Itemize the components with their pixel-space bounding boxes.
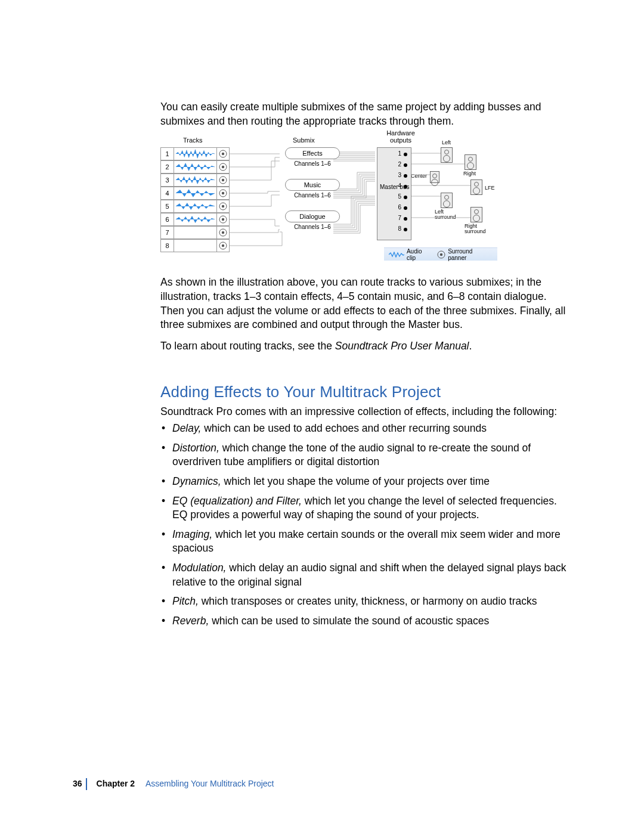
- track-row: 6: [160, 213, 230, 226]
- svg-point-11: [222, 218, 224, 221]
- effect-desc: which can be used to simulate the sound …: [209, 615, 489, 627]
- surround-panner-icon: [216, 213, 230, 226]
- effect-desc: which transposes or creates unity, thick…: [199, 595, 537, 607]
- effect-item: Reverb, which can be used to simulate th…: [171, 614, 566, 628]
- effect-desc: which change the tone of the audio signa…: [172, 442, 531, 468]
- svg-point-5: [222, 179, 224, 181]
- effect-item: Modulation, which delay an audio signal …: [171, 561, 566, 589]
- track-row: 7: [160, 226, 230, 239]
- track-number: 2: [160, 160, 174, 174]
- legend-surround-panner: Surround panner: [437, 248, 493, 261]
- track-waveform-empty: [174, 226, 216, 239]
- speaker-left-label: Left: [442, 140, 451, 145]
- intro-paragraph: You can easily create multiple submixes …: [160, 100, 566, 128]
- track-row: 3: [160, 174, 230, 187]
- effect-item: Pitch, which transposes or creates unity…: [171, 594, 566, 609]
- effect-name: Distortion,: [172, 442, 219, 454]
- track-waveform: [174, 213, 216, 226]
- surround-panner-icon: [216, 174, 230, 187]
- speaker-left-icon: [441, 147, 453, 163]
- speaker-lfe-label: LFE: [485, 185, 495, 191]
- track-number: 7: [160, 226, 174, 239]
- hw-output: 3: [398, 172, 401, 178]
- chapter-title: Assembling Your Multitrack Project: [145, 779, 274, 788]
- track-number: 5: [160, 200, 174, 213]
- hw-output: 8: [398, 225, 401, 232]
- legend-audio-clip: Audio clip: [389, 248, 432, 261]
- surround-panner-icon: [216, 200, 230, 213]
- hardware-header: Hardware outputs: [383, 129, 419, 144]
- submix-header: Submix: [293, 137, 315, 144]
- effect-item: Delay, which can be used to add echoes a…: [171, 422, 566, 436]
- illustration-paragraph: As shown in the illustration above, you …: [160, 275, 566, 332]
- legend-surround-panner-label: Surround panner: [448, 248, 493, 261]
- track-number: 6: [160, 213, 174, 226]
- track-waveform-empty: [174, 239, 216, 252]
- effect-item: Dynamics, which let you shape the volume…: [171, 475, 566, 489]
- effects-list: Delay, which can be used to add echoes a…: [160, 422, 566, 628]
- effect-name: Modulation,: [172, 562, 226, 574]
- legend-audio-clip-label: Audio clip: [407, 248, 432, 261]
- diagram-legend: Audio clip Surround panner: [384, 247, 497, 261]
- track-row: 4: [160, 187, 230, 200]
- track-number: 8: [160, 239, 174, 252]
- svg-point-3: [222, 166, 224, 168]
- effect-item: Distortion, which change the tone of the…: [171, 441, 566, 469]
- effect-name: Delay,: [172, 422, 201, 434]
- speaker-ls-icon: [441, 193, 453, 208]
- effect-desc: which let you shape the volume of your p…: [221, 475, 490, 487]
- svg-point-13: [222, 231, 224, 234]
- speaker-right-label: Right: [463, 171, 476, 176]
- track-row: 8: [160, 239, 230, 252]
- svg-point-9: [222, 205, 224, 208]
- track-row: 1: [160, 147, 230, 160]
- effect-name: EQ (equalization) and Filter,: [172, 495, 302, 507]
- submix-channels: Channels 1–6: [277, 192, 348, 199]
- track-number: 4: [160, 187, 174, 200]
- routing-ref-title: Soundtrack Pro User Manual: [335, 340, 469, 352]
- submix-music: Music: [285, 179, 340, 191]
- surround-panner-icon: [216, 226, 230, 239]
- effect-item: Imaging, which let you make certain soun…: [171, 528, 566, 556]
- track-row: 2: [160, 160, 230, 174]
- track-waveform: [174, 147, 216, 160]
- track-waveform: [174, 187, 216, 200]
- submix-effects: Effects: [285, 147, 340, 159]
- submix-channels: Channels 1–6: [277, 160, 348, 167]
- track-number: 1: [160, 147, 174, 160]
- speaker-rs-label: Right surround: [465, 224, 494, 234]
- tracks-header: Tracks: [183, 137, 203, 144]
- hw-output: 6: [398, 204, 401, 210]
- effect-name: Reverb,: [172, 615, 209, 627]
- tracks-column: 1 2 3: [160, 147, 230, 252]
- section-heading: Adding Effects to Your Multitrack Projec…: [160, 383, 566, 401]
- master-bus: Master bus 1 2 3 4 5 6 7 8: [377, 147, 411, 240]
- effect-name: Imaging,: [172, 528, 212, 540]
- track-row: 5: [160, 200, 230, 213]
- effects-intro: Soundtrack Pro comes with an impressive …: [160, 405, 566, 419]
- effect-desc: which delay an audio signal and shift wh…: [172, 562, 566, 588]
- speaker-ls-label: Left surround: [435, 209, 459, 220]
- svg-point-17: [440, 253, 442, 256]
- page-number: 36: [73, 779, 82, 788]
- hw-output: 7: [398, 215, 401, 221]
- effect-name: Dynamics,: [172, 475, 221, 487]
- submix-dialogue: Dialogue: [285, 210, 340, 222]
- hw-output: 1: [398, 150, 401, 157]
- surround-panner-icon: [216, 239, 230, 252]
- svg-point-15: [222, 244, 224, 247]
- routing-diagram: Tracks Submix Hardware outputs 1 2: [160, 137, 500, 265]
- speaker-rs-icon: [470, 207, 482, 222]
- hw-output: 5: [398, 193, 401, 200]
- surround-panner-icon: [216, 187, 230, 200]
- effect-desc: which let you make certain sounds or the…: [172, 528, 561, 555]
- chapter-label: Chapter 2: [97, 779, 135, 788]
- speaker-center-label: Center: [411, 174, 427, 179]
- svg-point-7: [222, 192, 224, 194]
- speaker-right-icon: [465, 154, 476, 170]
- submix-channels: Channels 1–6: [277, 224, 348, 230]
- hw-output: 2: [398, 161, 401, 168]
- speaker-center-icon: [430, 171, 439, 183]
- routing-ref-suffix: .: [469, 340, 472, 352]
- effect-name: Pitch,: [172, 595, 199, 607]
